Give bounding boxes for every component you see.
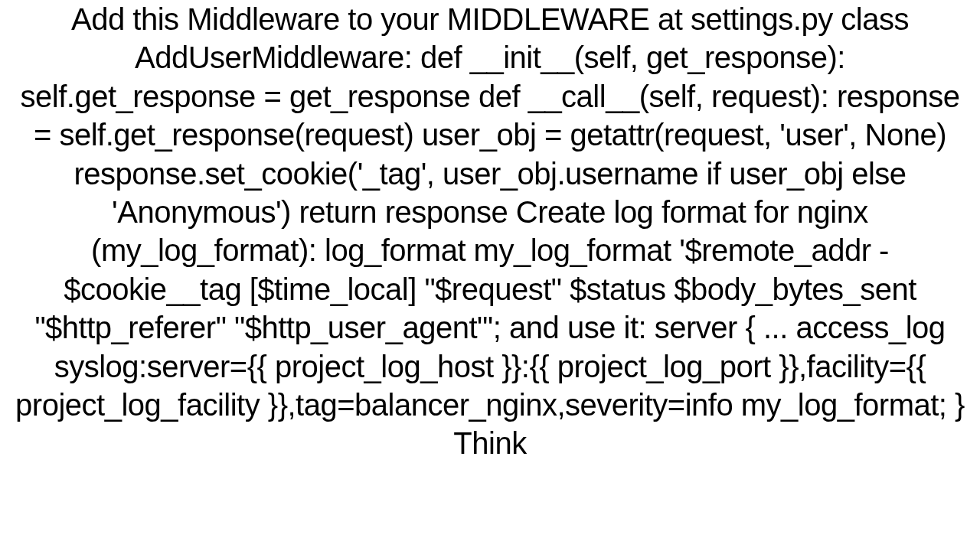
document-body: Add this Middleware to your MIDDLEWARE a… [0, 0, 980, 551]
document-text: Add this Middleware to your MIDDLEWARE a… [15, 2, 965, 460]
